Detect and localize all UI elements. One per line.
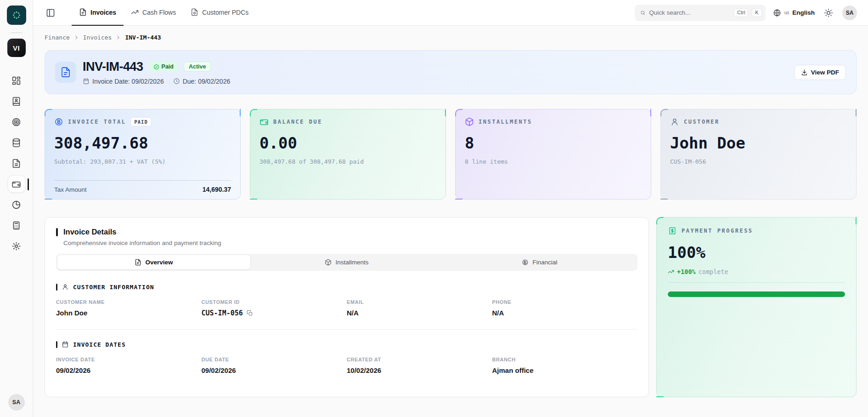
file-text-icon xyxy=(60,67,71,78)
tab-invoices[interactable]: Invoices xyxy=(72,0,124,26)
package-icon xyxy=(325,259,332,266)
sidebar-item-settings[interactable] xyxy=(8,237,25,255)
payment-progress-delta-row: +100% complete xyxy=(668,268,845,275)
sidebar-item-accounting[interactable] xyxy=(8,217,25,234)
user-icon xyxy=(670,117,679,126)
sidebar-item-reports[interactable] xyxy=(8,196,25,213)
stat-cards: INVOICE TOTAL PAID 308,497.68 Subtotal: … xyxy=(45,109,857,200)
field-label: CREATED AT xyxy=(347,357,492,362)
paid-mini-badge: PAID xyxy=(130,117,151,126)
tab-cash-flows[interactable]: Cash Flows xyxy=(124,0,183,26)
copy-icon xyxy=(247,310,253,316)
stat-card-invoice-total: INVOICE TOTAL PAID 308,497.68 Subtotal: … xyxy=(45,109,241,200)
tab-customer-pdcs-label: Customer PDCs xyxy=(202,9,248,16)
sidebar-item-database[interactable] xyxy=(8,134,25,151)
topbar-user-avatar[interactable]: SA xyxy=(842,6,857,20)
delta-suffix: complete xyxy=(699,268,728,275)
pie-chart-icon xyxy=(11,200,21,210)
package-icon xyxy=(465,117,474,126)
sidebar-item-contacts[interactable] xyxy=(8,92,25,110)
workspace-logo[interactable]: VI xyxy=(7,39,26,57)
target-icon xyxy=(11,117,21,127)
field-branch: BRANCH Ajman office xyxy=(492,357,638,374)
calculator-icon xyxy=(11,221,21,230)
trending-up-icon xyxy=(131,8,139,16)
kbd-k: K xyxy=(752,8,761,17)
file-text-icon xyxy=(79,8,87,16)
sidebar-item-dashboard[interactable] xyxy=(8,72,25,89)
progress-bar-track xyxy=(668,291,845,297)
sidebar-item-targets[interactable] xyxy=(8,113,25,131)
banknote-icon xyxy=(522,259,529,266)
field-customer-id: CUSTOMER ID CUS-IM-056 xyxy=(202,299,347,317)
sidebar-item-invoices-wallet[interactable] xyxy=(8,175,25,193)
installments-value: 8 xyxy=(465,134,642,152)
field-due-date: DUE DATE 09/02/2026 xyxy=(202,357,347,374)
field-label: EMAIL xyxy=(347,299,492,305)
gear-icon xyxy=(11,241,21,251)
invoice-details-card: Invoice Details Comprehensive invoice in… xyxy=(45,217,649,397)
customer-name-value: John Doe xyxy=(670,134,847,152)
user-icon xyxy=(62,283,69,291)
due-date-text: Due: 09/02/2026 xyxy=(183,78,231,85)
language-selector[interactable]: us English xyxy=(773,9,815,17)
stat-card-customer: CUSTOMER John Doe CUS-IM-056 xyxy=(660,109,857,200)
globe-icon xyxy=(773,9,781,17)
payment-progress-value: 100% xyxy=(668,243,845,262)
field-customer-name: CUSTOMER NAME John Doe xyxy=(56,299,202,317)
invoice-hero-banner: INV-IM-443 Paid Active Invoice Date: 09/… xyxy=(45,50,857,94)
language-region: us xyxy=(784,10,789,15)
balance-due-subtext: 308,497.68 of 308,497.68 paid xyxy=(259,158,436,165)
invoice-dates-section: INVOICE DATES INVOICE DATE 09/02/2026 DU… xyxy=(56,341,637,374)
sidebar-item-documents[interactable] xyxy=(8,154,25,172)
invoice-icon-box xyxy=(55,62,76,83)
field-value: N/A xyxy=(347,309,492,317)
view-pdf-button[interactable]: View PDF xyxy=(794,65,846,80)
topbar-right: Ctrl K us English SA xyxy=(635,5,857,21)
tab-invoices-label: Invoices xyxy=(90,9,116,16)
copy-customer-id-button[interactable] xyxy=(247,310,253,316)
download-icon xyxy=(801,69,808,76)
theme-toggle-button[interactable] xyxy=(822,6,835,19)
sidebar-user-avatar[interactable]: SA xyxy=(8,394,25,411)
tab-overview-label: Overview xyxy=(145,259,173,266)
spiral-logo-icon xyxy=(11,10,22,20)
field-label: DUE DATE xyxy=(202,357,347,362)
invoice-total-subtext: Subtotal: 293,807.31 + VAT (5%) xyxy=(54,158,231,165)
details-title: Invoice Details xyxy=(63,228,117,236)
kbd-ctrl: Ctrl xyxy=(734,8,748,17)
sidebar-toggle-button[interactable] xyxy=(44,6,57,19)
title-accent-bar xyxy=(56,228,58,236)
trending-up-icon xyxy=(668,268,674,275)
main-area: Invoices Cash Flows Customer PDCs Ctrl K xyxy=(33,0,868,417)
field-label: CUSTOMER ID xyxy=(202,299,347,305)
breadcrumb-finance[interactable]: Finance xyxy=(45,34,70,41)
brand-logo[interactable] xyxy=(7,6,26,25)
invoice-date-text: Invoice Date: 09/02/2026 xyxy=(92,78,164,85)
database-icon xyxy=(11,138,21,148)
tab-overview[interactable]: Overview xyxy=(57,255,250,269)
tab-financial[interactable]: Financial xyxy=(443,255,636,269)
active-status-badge: Active xyxy=(184,62,211,72)
customer-information-section: CUSTOMER INFORMATION CUSTOMER NAME John … xyxy=(56,283,637,330)
document-icon xyxy=(11,159,21,168)
language-label: English xyxy=(792,9,815,16)
due-date-meta: Due: 09/02/2026 xyxy=(173,78,231,85)
field-label: CUSTOMER NAME xyxy=(56,299,202,305)
section-divider xyxy=(56,329,637,330)
installments-subtext: 8 line items xyxy=(465,158,642,165)
app-root: VI xyxy=(0,0,868,417)
tab-installments[interactable]: Installments xyxy=(250,255,443,269)
search-input[interactable] xyxy=(649,9,730,16)
stat-card-balance-due: BALANCE DUE 0.00 308,497.68 of 308,497.6… xyxy=(250,109,446,200)
progress-bar-fill xyxy=(668,291,845,297)
tab-customer-pdcs[interactable]: Customer PDCs xyxy=(183,0,256,26)
view-pdf-label: View PDF xyxy=(811,69,839,76)
field-value: CUS-IM-056 xyxy=(202,309,243,317)
contacts-book-icon xyxy=(11,97,21,106)
breadcrumb-invoices[interactable]: Invoices xyxy=(83,34,112,41)
details-subtitle: Comprehensive invoice information and pa… xyxy=(63,240,637,246)
page-content: Finance Invoices INV-IM-443 INV-IM-443 xyxy=(33,26,868,417)
quick-search[interactable]: Ctrl K xyxy=(635,5,766,21)
tab-cash-flows-label: Cash Flows xyxy=(142,9,176,16)
